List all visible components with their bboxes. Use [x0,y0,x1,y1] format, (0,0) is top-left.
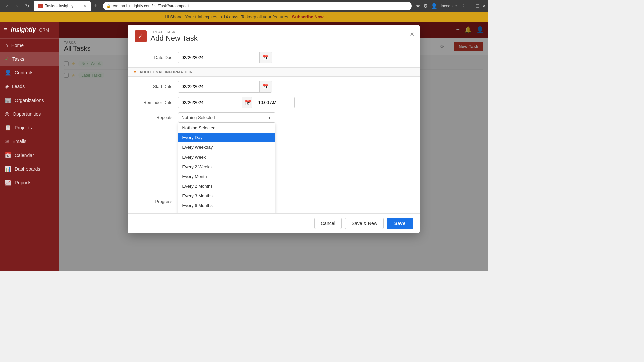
repeats-select-display[interactable]: Nothing Selected ▼ [178,112,275,123]
profile-icon[interactable]: 👤 [431,3,437,9]
dashboards-label: Dashboards [15,166,40,172]
modal: ✓ CREATE TASK Add New Task × Date Due � [128,25,420,233]
calendar-label: Calendar [15,153,34,158]
repeats-select-wrapper: Nothing Selected ▼ Nothing Selected Ever… [178,112,275,123]
new-tab-button[interactable]: + [93,3,99,10]
cancel-button[interactable]: Cancel [314,218,342,229]
start-date-row: Start Date 📅 [135,81,413,93]
app-layout: ≡ insightly CRM ⌂ Home ✓ Tasks 👤 Contact… [0,22,488,271]
reports-label: Reports [15,180,31,185]
modal-subtitle: CREATE TASK [151,30,198,34]
date-due-row: Date Due 📅 [135,52,413,63]
progress-label: Progress [135,199,178,204]
contacts-label: Contacts [15,70,33,75]
home-icon: ⌂ [5,42,8,48]
browser-actions: ★ ⚙ 👤 Incognito ⋮ ─ □ × [416,3,486,9]
subscribe-link[interactable]: Subscribe Now [292,14,324,19]
repeats-row: Repeats Nothing Selected ▼ Nothing Selec… [135,112,413,123]
repeats-option-every-2-weeks[interactable]: Every 2 Weeks [178,162,275,172]
browser-tab[interactable]: ✓ Tasks - Insightly × [34,1,91,11]
trial-text: Hi Shane. Your trial expires in 14 days.… [165,14,289,19]
lock-icon: 🔒 [106,4,111,8]
date-due-input[interactable] [178,53,259,62]
refresh-button[interactable]: ↻ [23,2,32,10]
sidebar-item-contacts[interactable]: 👤 Contacts [0,66,59,79]
menu-icon[interactable]: ⋮ [461,3,466,9]
calendar-start-icon[interactable]: 📅 [259,81,272,92]
reminder-date-row: Reminder Date 📅 🕐 [135,97,413,108]
opportunities-icon: ◎ [5,111,9,117]
calendar-due-icon[interactable]: 📅 [259,52,272,63]
projects-label: Projects [15,125,32,130]
bookmark-icon[interactable]: ★ [416,3,420,9]
tasks-icon: ✓ [5,56,9,62]
save-new-button[interactable]: Save & New [345,218,384,229]
minimize-button[interactable]: ─ [469,3,473,9]
repeats-option-every-week[interactable]: Every Week [178,152,275,162]
leads-label: Leads [12,84,25,89]
leads-icon: ◈ [5,83,9,89]
emails-label: Emails [12,139,26,144]
emails-icon: ✉ [5,138,9,144]
start-date-input[interactable] [178,82,259,92]
address-bar[interactable]: 🔒 crm.na1.insightly.com/list/Task?v=comp… [103,2,412,10]
sidebar-item-reports[interactable]: 📈 Reports [0,176,59,189]
back-button[interactable]: ‹ [3,2,11,10]
logo: insightly [11,26,36,34]
sidebar-item-home[interactable]: ⌂ Home [0,39,59,52]
sidebar-item-emails[interactable]: ✉ Emails [0,134,59,148]
maximize-button[interactable]: □ [476,3,479,9]
sidebar-item-calendar[interactable]: 📅 Calendar [0,148,59,162]
url-text: crm.na1.insightly.com/list/Task?v=compac… [113,4,189,8]
home-label: Home [11,43,24,48]
extension-icon[interactable]: ⚙ [423,3,428,9]
modal-task-icon: ✓ [135,30,147,42]
reminder-date-input[interactable] [178,98,241,107]
organizations-label: Organizations [15,98,44,103]
tab-close-icon[interactable]: × [84,4,86,8]
repeats-dropdown-menu: Nothing Selected Every Day Every Weekday… [178,123,275,213]
sidebar-item-dashboards[interactable]: 📊 Dashboards [0,162,59,176]
repeats-option-every-month[interactable]: Every Month [178,172,275,181]
sidebar-nav: ⌂ Home ✓ Tasks 👤 Contacts ◈ Leads 🏢 Orga… [0,39,59,271]
additional-section-label: ADDITIONAL INFORMATION [139,70,192,74]
reminder-time-input-wrapper: 🕐 [255,97,295,108]
repeats-option-every-6-months[interactable]: Every 6 Months [178,201,275,210]
repeats-option-every-3-months[interactable]: Every 3 Months [178,191,275,201]
tab-title: Tasks - Insightly [45,4,73,8]
organizations-icon: 🏢 [5,97,11,103]
date-due-input-wrapper: 📅 [178,52,272,63]
repeats-option-every-2-months[interactable]: Every 2 Months [178,181,275,191]
dashboards-icon: 📊 [5,166,11,172]
trial-banner: Hi Shane. Your trial expires in 14 days.… [0,12,488,22]
sidebar-item-organizations[interactable]: 🏢 Organizations [0,93,59,107]
window-close-button[interactable]: × [483,3,486,9]
save-button[interactable]: Save [387,218,413,229]
additional-chevron-icon[interactable]: ▼ [133,70,137,74]
repeats-selected-value: Nothing Selected [182,115,215,120]
repeats-option-every-weekday[interactable]: Every Weekday [178,142,275,152]
hamburger-icon[interactable]: ≡ [4,26,8,34]
sidebar: ≡ insightly CRM ⌂ Home ✓ Tasks 👤 Contact… [0,22,59,271]
sidebar-item-opportunities[interactable]: ◎ Opportunities [0,107,59,121]
reminder-time-input[interactable] [255,98,295,107]
sidebar-item-leads[interactable]: ◈ Leads [0,79,59,93]
start-date-input-wrapper: 📅 [178,81,272,93]
calendar-reminder-icon[interactable]: 📅 [241,97,252,108]
sidebar-item-tasks[interactable]: ✓ Tasks [0,52,59,66]
calendar-icon: 📅 [5,152,11,158]
repeats-option-every-year[interactable]: Every Year [178,210,275,213]
repeats-option-nothing[interactable]: Nothing Selected [178,123,275,133]
repeats-label: Repeats [135,112,178,120]
forward-button[interactable]: › [13,2,21,10]
reports-icon: 📈 [5,179,11,186]
main-content: + 🔔 👤 TASKS All Tasks ⚙ ↑ New Task ★ Nex… [59,22,488,271]
modal-close-button[interactable]: × [410,30,414,39]
repeats-option-every-day[interactable]: Every Day [178,133,275,142]
contacts-icon: 👤 [5,69,11,76]
tab-favicon: ✓ [38,4,43,8]
browser-chrome: ‹ › ↻ ✓ Tasks - Insightly × + 🔒 crm.na1.… [0,0,488,12]
sidebar-item-projects[interactable]: 📋 Projects [0,121,59,134]
sidebar-header: ≡ insightly CRM [0,22,59,39]
repeats-dropdown-arrow: ▼ [268,115,272,120]
